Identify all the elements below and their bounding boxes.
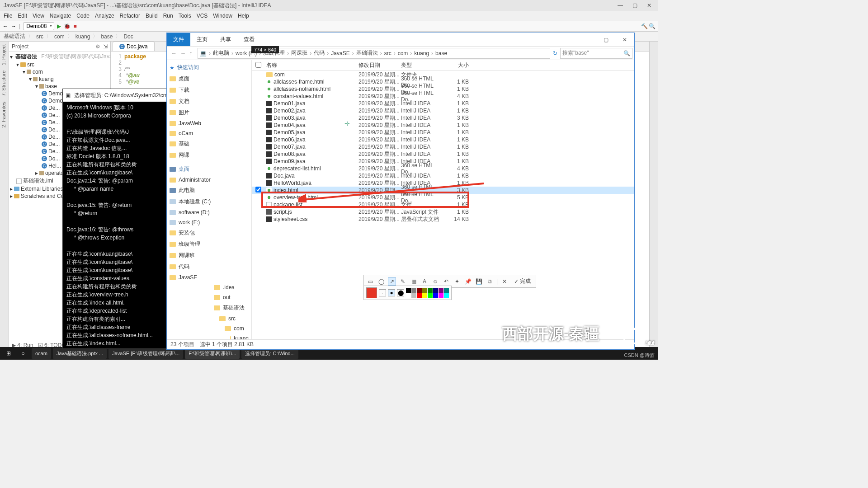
brush-small-icon[interactable]: · <box>379 289 386 296</box>
breadcrumb-item[interactable]: com <box>398 50 408 56</box>
ellipse-tool-icon[interactable]: ◯ <box>377 277 385 286</box>
file-row[interactable]: Demo03.java2019/9/20 星期...IntelliJ IDEA3… <box>252 114 634 122</box>
menu-build[interactable]: Build <box>146 13 158 19</box>
gear-icon[interactable]: ⚙ <box>95 43 100 50</box>
editor-tab-doc[interactable]: CDoc.java <box>113 42 155 51</box>
back-icon[interactable]: ← <box>3 23 8 29</box>
menu-window[interactable]: Window <box>213 13 232 19</box>
menu-help[interactable]: Help <box>238 13 249 19</box>
taskbar-item[interactable]: ocam <box>32 348 51 359</box>
color-swatch[interactable] <box>428 288 433 293</box>
brush-med-icon[interactable]: ● <box>388 289 395 296</box>
menu-vcs[interactable]: VCS <box>197 13 208 19</box>
color-grid[interactable] <box>406 288 449 298</box>
nav-back-icon[interactable]: ← <box>171 50 177 56</box>
brush-large-icon[interactable]: ⬤ <box>397 289 404 296</box>
file-row[interactable]: deprecated-list.html2019/9/20 星期...360 s… <box>252 165 634 172</box>
file-row[interactable]: package-list2019/9/20 星期...文件1 KB <box>252 201 634 208</box>
file-row[interactable]: Demo06.java2019/9/20 星期...IntelliJ IDEA1… <box>252 136 634 143</box>
explorer-tab-home[interactable]: 主页 <box>190 33 214 46</box>
breadcrumb-item[interactable]: 此电脑 <box>213 49 229 57</box>
mosaic-tool-icon[interactable]: ▦ <box>410 277 418 286</box>
taskbar-item[interactable]: Java基础语法.pptx ... <box>53 348 107 359</box>
color-swatch[interactable] <box>406 288 411 293</box>
explorer-column-header[interactable]: 名称 修改日期 类型 大小 <box>252 60 634 71</box>
crumb-item[interactable]: base <box>101 33 113 40</box>
color-swatch[interactable] <box>433 293 438 298</box>
breadcrumb-item[interactable]: src <box>384 50 392 56</box>
ide-right-toolstrip[interactable] <box>649 42 658 350</box>
explorer-maximize-icon[interactable]: ▢ <box>596 33 615 46</box>
color-swatch[interactable] <box>428 293 433 298</box>
refresh-icon[interactable]: ↻ <box>553 50 557 56</box>
copy-icon[interactable]: ⧉ <box>486 277 494 286</box>
cancel-icon[interactable]: ✕ <box>500 277 509 286</box>
ide-left-toolstrip[interactable]: 1: Project 7: Structure 2: Favorites <box>0 42 9 350</box>
file-checkbox[interactable] <box>255 187 261 192</box>
menu-code[interactable]: Code <box>76 13 90 19</box>
structure-tooltab[interactable]: 7: Structure <box>0 68 7 99</box>
file-row[interactable]: overview-tree.html2019/9/20 星期...360 se … <box>252 194 634 201</box>
search-icon[interactable]: 🔍 <box>649 23 656 29</box>
project-tooltab[interactable]: 1: Project <box>0 42 7 68</box>
col-size[interactable]: 大小 <box>446 61 473 69</box>
text-tool-icon[interactable]: A <box>420 277 429 286</box>
ide-close-icon[interactable]: ✕ <box>644 1 655 10</box>
sticker-tool-icon[interactable]: ☺ <box>431 277 439 286</box>
build-icon[interactable]: 🔨 <box>641 23 648 29</box>
forward-icon[interactable]: → <box>11 23 16 29</box>
file-row[interactable]: Demo05.java2019/9/20 星期...IntelliJ IDEA1… <box>252 129 634 136</box>
color-swatch[interactable] <box>411 288 416 293</box>
color-swatch[interactable] <box>411 293 416 298</box>
breadcrumb-item[interactable]: base <box>435 50 447 56</box>
breadcrumb-item[interactable]: 代码 <box>314 49 325 57</box>
breadcrumb-item[interactable]: 基础语法 <box>356 49 378 57</box>
explorer-tab-view[interactable]: 查看 <box>237 33 261 46</box>
ide-menu-bar[interactable]: FileEditViewNavigateCodeAnalyzeRefactorB… <box>0 11 658 21</box>
col-type[interactable]: 类型 <box>401 61 446 69</box>
color-swatch[interactable] <box>422 288 427 293</box>
menu-tools[interactable]: Tools <box>179 13 191 19</box>
color-swatch[interactable] <box>417 288 422 293</box>
stop-icon[interactable]: ■ <box>73 23 76 29</box>
menu-view[interactable]: View <box>33 13 44 19</box>
favorites-tooltab[interactable]: 2: Favorites <box>0 99 7 130</box>
file-row[interactable]: Demo01.java2019/9/20 星期...IntelliJ IDEA1… <box>252 100 634 107</box>
debug-icon[interactable]: 🐞 <box>64 23 71 29</box>
color-swatch[interactable] <box>422 293 427 298</box>
file-row[interactable]: Demo07.java2019/9/20 星期...IntelliJ IDEA1… <box>252 143 634 150</box>
color-swatch[interactable] <box>417 293 422 298</box>
col-date[interactable]: 修改日期 <box>359 61 401 69</box>
explorer-nav-pane[interactable]: ★快速访问 桌面 下载 文档 图片 JavaWeb oCam 基础 网课 桌面 … <box>167 60 252 339</box>
pen-tool-icon[interactable]: ✎ <box>399 277 407 286</box>
file-row[interactable]: script.js2019/9/20 星期...JavaScript 文件1 K… <box>252 208 634 216</box>
crumb-item[interactable]: 基础语法 <box>4 33 25 40</box>
undo-icon[interactable]: ↶ <box>442 277 450 286</box>
rect-tool-icon[interactable]: ▭ <box>366 277 374 286</box>
explorer-tab-share[interactable]: 共享 <box>214 33 237 46</box>
file-row[interactable]: Demo02.java2019/9/20 星期...IntelliJ IDEA1… <box>252 107 634 114</box>
file-row[interactable]: Demo04.java2019/9/20 星期...IntelliJ IDEA1… <box>252 122 634 129</box>
crumb-item[interactable]: Doc <box>123 33 133 40</box>
nav-up-icon[interactable]: ↑ <box>189 50 192 56</box>
collapse-icon[interactable]: ⇲ <box>103 43 108 50</box>
run-config-combo[interactable]: Demo08 <box>23 22 54 30</box>
arrow-tool-icon[interactable]: ↗ <box>388 277 396 286</box>
ide-minimize-icon[interactable]: — <box>615 1 626 10</box>
explorer-search[interactable]: 搜索"base" 🔍 <box>560 48 632 59</box>
file-row[interactable]: Doc.java2019/9/20 星期...IntelliJ IDEA1 KB <box>252 172 634 179</box>
crumb-item[interactable]: com <box>54 33 65 40</box>
run-icon[interactable]: ▶ <box>57 23 61 29</box>
breadcrumb-item[interactable]: JavaSE <box>331 50 349 56</box>
ide-maximize-icon[interactable]: ▢ <box>629 1 640 10</box>
breadcrumb-item[interactable]: 网课班 <box>291 49 307 57</box>
menu-analyze[interactable]: Analyze <box>95 13 114 19</box>
crumb-item[interactable]: src <box>36 33 43 40</box>
menu-file[interactable]: File <box>4 13 12 19</box>
current-color-swatch[interactable] <box>366 287 377 298</box>
pin-icon[interactable]: 📌 <box>464 277 472 286</box>
crumb-item[interactable]: kuang <box>75 33 90 40</box>
file-row[interactable]: stylesheet.css2019/9/20 星期...层叠样式表文档14 K… <box>252 216 634 223</box>
save-icon[interactable]: 💾 <box>475 277 483 286</box>
start-button[interactable]: ⊞ <box>3 350 14 357</box>
